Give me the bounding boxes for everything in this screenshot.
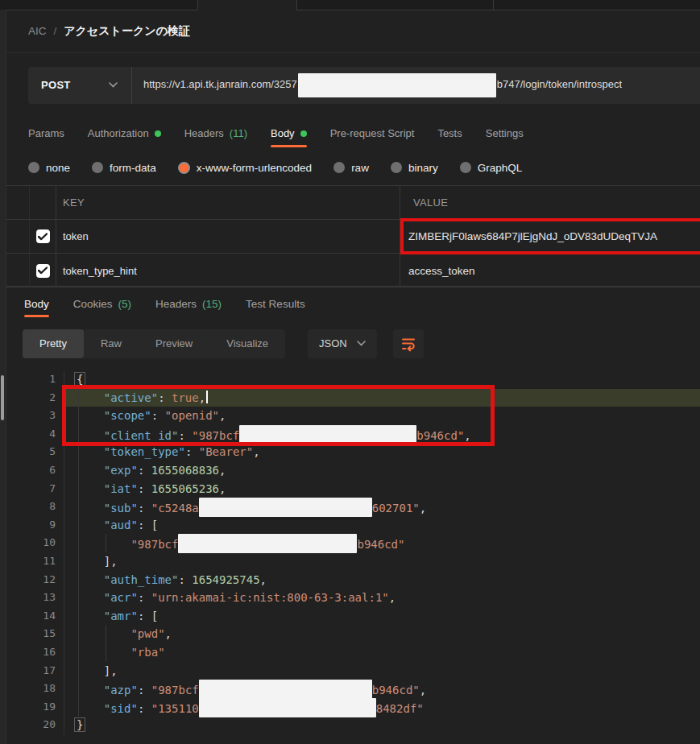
line-number: 15 bbox=[6, 625, 56, 643]
response-tab-headers[interactable]: Headers(15) bbox=[155, 287, 222, 320]
code-token-str: "Bearer" bbox=[199, 445, 253, 458]
checkbox-checked-icon[interactable] bbox=[36, 229, 50, 243]
wrap-text-button[interactable] bbox=[393, 329, 424, 358]
body-mode-row: none form-data x-www-form-urlencoded raw… bbox=[0, 150, 700, 185]
redaction-box bbox=[178, 534, 357, 553]
checkbox-checked-icon[interactable] bbox=[36, 264, 50, 278]
radio-icon[interactable] bbox=[460, 162, 471, 173]
code-line: 2 "active": true, bbox=[6, 389, 700, 407]
method-select[interactable]: POST bbox=[28, 67, 131, 104]
tab-params[interactable]: Params bbox=[28, 117, 64, 150]
line-number: 9 bbox=[6, 516, 56, 535]
code-token-num: 1655065236 bbox=[151, 482, 219, 495]
tab-settings[interactable]: Settings bbox=[486, 117, 524, 150]
line-number: 2 bbox=[6, 389, 56, 407]
radio-selected-icon[interactable] bbox=[178, 162, 190, 174]
mode-binary[interactable]: binary bbox=[391, 162, 438, 174]
mode-graphql[interactable]: GraphQL bbox=[460, 162, 523, 174]
format-select[interactable]: JSON bbox=[308, 329, 377, 358]
response-tab-test-results[interactable]: Test Results bbox=[246, 287, 305, 320]
code-token-p bbox=[77, 482, 104, 495]
code-line: 18 "azp": "987bcfb946cd", bbox=[6, 680, 700, 698]
code-line: 17 ], bbox=[6, 662, 700, 680]
indent-guide bbox=[106, 534, 106, 552]
code-token-str: "135110 bbox=[151, 702, 199, 715]
code-token-p: : bbox=[158, 391, 172, 404]
code-token-str: "987bcf bbox=[192, 429, 239, 442]
code-token-str: 602701" bbox=[372, 502, 420, 515]
code-token-key: "sid" bbox=[104, 702, 138, 715]
code-token-p: , bbox=[165, 627, 172, 640]
code-line: 7 "iat": 1655065236, bbox=[6, 480, 700, 498]
code-token-p: : bbox=[138, 502, 151, 515]
code-token-str: "c5248a bbox=[151, 502, 199, 515]
code-token-p bbox=[77, 573, 104, 586]
window-tab-strip[interactable] bbox=[0, 0, 700, 10]
code-line: 6 "exp": 1655068836, bbox=[6, 461, 700, 480]
view-preview[interactable]: Preview bbox=[139, 329, 209, 358]
code-token-p bbox=[77, 610, 104, 622]
param-value-cell[interactable]: ZIMBERjF0laws684P7jlEjgNdJ_oDV83dUDeqTVJ… bbox=[400, 220, 700, 253]
mode-raw[interactable]: raw bbox=[333, 162, 369, 174]
code-token-p bbox=[77, 627, 130, 640]
tab-headers[interactable]: Headers(11) bbox=[184, 117, 247, 150]
value-column-header: VALUE bbox=[400, 186, 700, 219]
drag-handle[interactable] bbox=[6, 220, 30, 253]
code-line: 14 "amr": [ bbox=[6, 607, 700, 626]
param-value-cell[interactable]: access_token bbox=[400, 254, 700, 287]
breadcrumb: AIC / アクセストークンの検証 bbox=[0, 10, 700, 53]
view-raw[interactable]: Raw bbox=[84, 329, 139, 358]
scrollbar-thumb[interactable] bbox=[1, 375, 4, 420]
line-number: 16 bbox=[6, 643, 56, 662]
code-token-key: "scope" bbox=[104, 409, 151, 422]
tab-body[interactable]: Body bbox=[271, 117, 307, 150]
radio-icon[interactable] bbox=[333, 162, 345, 173]
code-line: 8 "sub": "c5248a602701", bbox=[6, 498, 700, 516]
url-bar: POST https://v1.api.tk.janrain.com/3257b… bbox=[28, 67, 700, 104]
mode-x-www-form-urlencoded[interactable]: x-www-form-urlencoded bbox=[178, 162, 312, 174]
code-token-key: "exp" bbox=[104, 464, 138, 477]
code-token-p: ], bbox=[77, 664, 118, 677]
breadcrumb-collection[interactable]: AIC bbox=[28, 25, 47, 37]
code-token-key: "auth_time" bbox=[104, 573, 179, 586]
view-pretty[interactable]: Pretty bbox=[23, 329, 84, 358]
tab-authorization[interactable]: Authorization bbox=[88, 117, 161, 150]
param-key-cell[interactable]: token bbox=[56, 220, 400, 253]
line-number: 5 bbox=[6, 443, 56, 461]
green-dot-icon bbox=[300, 130, 307, 137]
param-key-cell[interactable]: token_type_hint bbox=[56, 254, 400, 287]
redaction-box bbox=[239, 425, 416, 444]
mode-form-data[interactable]: form-data bbox=[92, 162, 156, 174]
url-section: POST https://v1.api.tk.janrain.com/3257b… bbox=[0, 53, 700, 117]
tab-tests[interactable]: Tests bbox=[437, 117, 462, 150]
view-visualize[interactable]: Visualize bbox=[209, 329, 285, 358]
response-tab-body[interactable]: Body bbox=[24, 287, 49, 320]
code-line: 16 "rba" bbox=[6, 643, 700, 662]
code-token-p bbox=[77, 391, 104, 404]
line-number: 20 bbox=[6, 716, 56, 734]
radio-icon[interactable] bbox=[28, 162, 39, 173]
code-token-p bbox=[77, 591, 104, 604]
code-token-str: b946cd" bbox=[416, 429, 464, 442]
active-tab-underline bbox=[271, 145, 307, 147]
wrap-text-icon bbox=[400, 336, 416, 352]
request-title[interactable]: アクセストークンの検証 bbox=[64, 24, 190, 39]
gutter-divider bbox=[64, 371, 64, 735]
code-token-key: "iat" bbox=[104, 482, 138, 495]
radio-icon[interactable] bbox=[391, 162, 402, 173]
view-mode-switcher: Pretty Raw Preview Visualize bbox=[23, 329, 285, 358]
url-suffix: b747/login/token/introspect bbox=[497, 78, 622, 90]
code-token-p bbox=[77, 409, 104, 422]
tab-pre-request-script[interactable]: Pre-request Script bbox=[330, 117, 415, 150]
url-input[interactable]: https://v1.api.tk.janrain.com/3257b747/l… bbox=[132, 73, 622, 97]
response-tab-cookies[interactable]: Cookies(5) bbox=[73, 287, 131, 320]
code-token-key: "aud" bbox=[104, 519, 138, 531]
table-header-row: KEY VALUE bbox=[6, 186, 700, 220]
radio-icon[interactable] bbox=[92, 162, 103, 173]
response-body-editor[interactable]: 1{2 "active": true,3 "scope": "openid",4… bbox=[6, 366, 700, 744]
mode-none[interactable]: none bbox=[28, 162, 70, 174]
drag-handle[interactable] bbox=[6, 254, 30, 287]
code-token-key: "active" bbox=[104, 391, 158, 404]
code-token-p bbox=[77, 702, 104, 715]
tab-separator bbox=[296, 0, 297, 10]
